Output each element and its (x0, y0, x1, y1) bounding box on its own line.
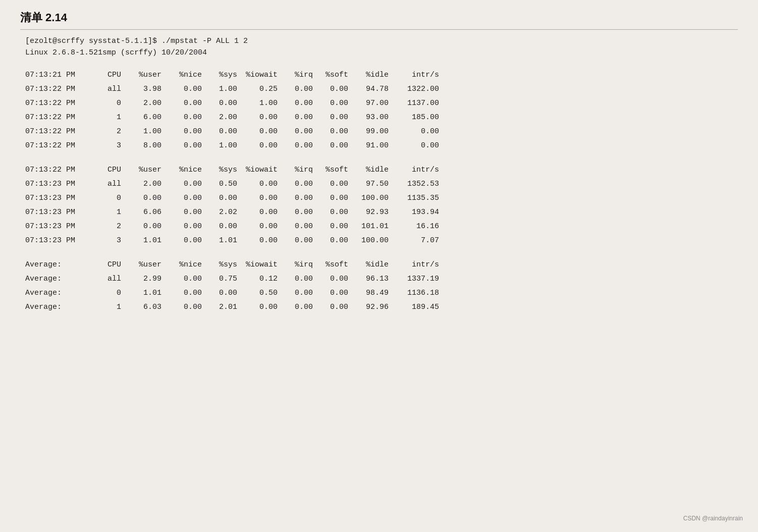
row-soft: 0.00 (318, 112, 353, 124)
row-soft: 0.00 (318, 287, 353, 299)
row-user: 1.01 (126, 287, 167, 299)
row-idle: 100.00 (353, 235, 394, 247)
system-info: Linux 2.6.8-1.521smp (scrffy) 10/20/2004 (25, 48, 738, 57)
row-nice: 0.00 (167, 192, 207, 204)
row-iowait: 0.00 (242, 221, 283, 233)
row-idle: 94.78 (353, 83, 394, 95)
row-time: 07:13:23 PM (25, 235, 91, 247)
s3-header-soft: %soft (318, 259, 353, 271)
row-cpu: all (91, 83, 126, 95)
row-iowait: 0.50 (242, 287, 283, 299)
row-cpu: all (91, 178, 126, 190)
row-soft: 0.00 (318, 221, 353, 233)
row-cpu: 1 (91, 206, 126, 219)
s3-header-cpu: CPU (91, 259, 126, 271)
row-nice: 0.00 (167, 112, 207, 124)
section3-header: Average: CPU %user %nice %sys %iowait %i… (25, 259, 738, 271)
s2-header-user: %user (126, 164, 167, 176)
row-sys: 0.50 (207, 178, 242, 190)
row-sys: 2.02 (207, 206, 242, 219)
row-user: 1.00 (126, 126, 167, 138)
row-irq: 0.00 (283, 192, 318, 204)
row-soft: 0.00 (318, 83, 353, 95)
row-sys: 0.00 (207, 221, 242, 233)
row-irq: 0.00 (283, 126, 318, 138)
s3-header-user: %user (126, 259, 167, 271)
row-sys: 0.00 (207, 97, 242, 110)
row-iowait: 0.00 (242, 206, 283, 219)
s3-header-irq: %irq (283, 259, 318, 271)
row-cpu: 1 (91, 301, 126, 313)
row-cpu: 2 (91, 221, 126, 233)
row-intrs: 185.00 (394, 112, 439, 124)
row-intrs: 1322.00 (394, 83, 439, 95)
table-row: 07:13:23 PM 0 0.00 0.00 0.00 0.00 0.00 0… (25, 192, 738, 204)
row-sys: 2.01 (207, 301, 242, 313)
row-irq: 0.00 (283, 112, 318, 124)
row-cpu: 2 (91, 126, 126, 138)
header-intrs: intr/s (394, 69, 439, 81)
row-time: Average: (25, 301, 91, 313)
row-cpu: 0 (91, 97, 126, 110)
header-nice: %nice (167, 69, 207, 81)
row-intrs: 1337.19 (394, 273, 439, 285)
row-time: 07:13:23 PM (25, 206, 91, 219)
row-cpu: 0 (91, 192, 126, 204)
row-soft: 0.00 (318, 301, 353, 313)
row-irq: 0.00 (283, 83, 318, 95)
s2-header-idle: %idle (353, 164, 394, 176)
row-cpu: 3 (91, 235, 126, 247)
section2: 07:13:22 PM CPU %user %nice %sys %iowait… (25, 164, 738, 247)
header-time: 07:13:21 PM (25, 69, 91, 81)
row-user: 6.03 (126, 301, 167, 313)
row-iowait: 0.00 (242, 235, 283, 247)
row-idle: 92.93 (353, 206, 394, 219)
table-row: Average: 0 1.01 0.00 0.00 0.50 0.00 0.00… (25, 287, 738, 299)
row-idle: 92.96 (353, 301, 394, 313)
s3-header-intrs: intr/s (394, 259, 439, 271)
row-sys: 1.01 (207, 235, 242, 247)
header-soft: %soft (318, 69, 353, 81)
row-time: 07:13:22 PM (25, 97, 91, 110)
row-idle: 93.00 (353, 112, 394, 124)
s2-header-irq: %irq (283, 164, 318, 176)
row-nice: 0.00 (167, 83, 207, 95)
section1-header: 07:13:21 PM CPU %user %nice %sys %iowait… (25, 69, 738, 81)
row-iowait: 0.12 (242, 273, 283, 285)
row-irq: 0.00 (283, 97, 318, 110)
table-row: 07:13:22 PM 2 1.00 0.00 0.00 0.00 0.00 0… (25, 126, 738, 138)
row-nice: 0.00 (167, 140, 207, 152)
table-row: 07:13:23 PM 2 0.00 0.00 0.00 0.00 0.00 0… (25, 221, 738, 233)
row-time: 07:13:22 PM (25, 83, 91, 95)
row-soft: 0.00 (318, 192, 353, 204)
row-nice: 0.00 (167, 206, 207, 219)
row-sys: 0.00 (207, 287, 242, 299)
row-irq: 0.00 (283, 273, 318, 285)
s2-header-cpu: CPU (91, 164, 126, 176)
table-row: 07:13:23 PM all 2.00 0.00 0.50 0.00 0.00… (25, 178, 738, 190)
row-soft: 0.00 (318, 178, 353, 190)
row-intrs: 1352.53 (394, 178, 439, 190)
table-row: 07:13:22 PM 3 8.00 0.00 1.00 0.00 0.00 0… (25, 140, 738, 152)
row-user: 2.00 (126, 178, 167, 190)
s2-header-nice: %nice (167, 164, 207, 176)
row-idle: 91.00 (353, 140, 394, 152)
row-idle: 99.00 (353, 126, 394, 138)
s3-header-time: Average: (25, 259, 91, 271)
row-intrs: 189.45 (394, 301, 439, 313)
s3-header-nice: %nice (167, 259, 207, 271)
section1: 07:13:21 PM CPU %user %nice %sys %iowait… (25, 69, 738, 152)
section3: Average: CPU %user %nice %sys %iowait %i… (25, 259, 738, 313)
s3-header-iowait: %iowait (242, 259, 283, 271)
row-irq: 0.00 (283, 140, 318, 152)
row-nice: 0.00 (167, 235, 207, 247)
row-time: 07:13:22 PM (25, 112, 91, 124)
row-iowait: 0.00 (242, 301, 283, 313)
section2-header: 07:13:22 PM CPU %user %nice %sys %iowait… (25, 164, 738, 176)
row-time: 07:13:22 PM (25, 140, 91, 152)
row-sys: 0.00 (207, 192, 242, 204)
header-sys: %sys (207, 69, 242, 81)
s2-header-time: 07:13:22 PM (25, 164, 91, 176)
s2-header-iowait: %iowait (242, 164, 283, 176)
header-iowait: %iowait (242, 69, 283, 81)
